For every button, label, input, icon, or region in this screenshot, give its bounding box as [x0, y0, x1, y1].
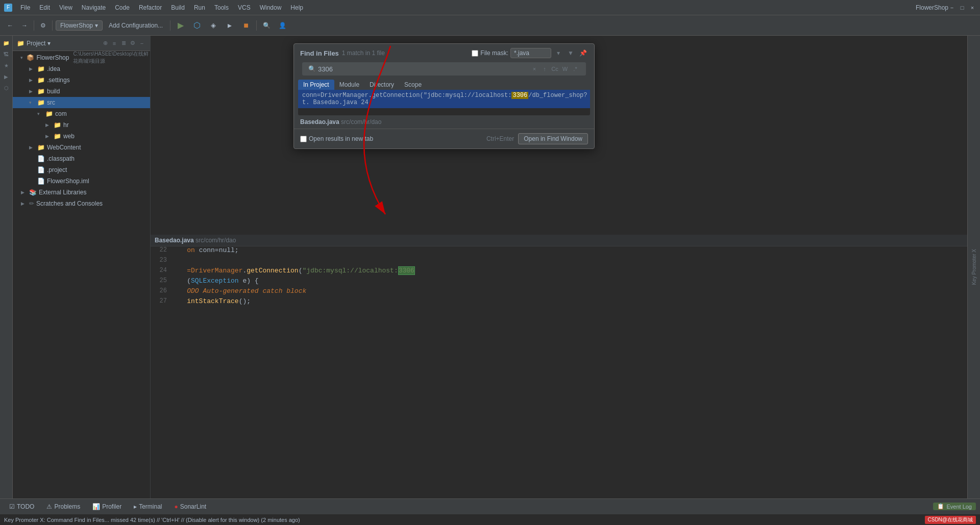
menu-build[interactable]: Build: [167, 3, 189, 12]
tree-item-web[interactable]: ▶ 📁 web: [13, 131, 150, 142]
filter-btn[interactable]: ▼: [566, 48, 576, 58]
tree-item-iml[interactable]: ▶ 📄 FlowerShop.iml: [13, 176, 150, 187]
key-promoter-message: Key Promoter X: Command Find in Files...…: [4, 517, 300, 523]
terminal-icon: ▸: [134, 503, 137, 510]
profile-button[interactable]: ◈: [206, 18, 220, 33]
filemask-input[interactable]: [510, 48, 551, 58]
structure-icon[interactable]: 🏗: [1, 49, 11, 59]
tree-item-settings[interactable]: ▶ 📁 .settings: [13, 74, 150, 86]
tab-problems[interactable]: ⚠ Problems: [41, 501, 85, 512]
project-panel-header: 📁 Project ▾ ⊕ ≡ ≣ ⚙ −: [13, 36, 150, 51]
avatar-btn[interactable]: 👤: [276, 18, 289, 33]
tree-item-scratches[interactable]: ▶ ✏ Scratches and Consoles: [13, 198, 150, 209]
find-prev-btn[interactable]: ↑: [540, 64, 549, 73]
tab-scope[interactable]: Scope: [399, 80, 427, 90]
run-configuration-selector[interactable]: FlowerShop ▾: [56, 20, 103, 31]
find-popup-title: Find in Files: [300, 49, 339, 57]
tab-module[interactable]: Module: [334, 80, 364, 90]
tab-sonarlint[interactable]: ● SonarLint: [169, 501, 212, 512]
search-toolbar-btn[interactable]: 🔍: [260, 18, 274, 33]
tree-item-classpath[interactable]: ▶ 📄 .classpath: [13, 153, 150, 164]
find-shortcut-label: Ctrl+Enter: [486, 135, 514, 142]
key-promoter-sidebar-label[interactable]: Key Promoter X: [971, 245, 977, 289]
code-line-24: 24 =DriverManager.getConnection("jdbc:my…: [151, 265, 967, 276]
tree-item-flowershop[interactable]: ▾ 📦 FlowerShop C:\Users\HASEE\Desktop\在线…: [13, 52, 150, 63]
find-word-btn[interactable]: W: [560, 64, 570, 73]
project-tree: ▾ 📦 FlowerShop C:\Users\HASEE\Desktop\在线…: [13, 51, 150, 498]
tab-todo[interactable]: ☑ TODO: [4, 501, 39, 512]
tree-item-project-file[interactable]: ▶ 📄 .project: [13, 164, 150, 176]
maximize-button[interactable]: □: [959, 4, 966, 11]
menu-window[interactable]: Window: [256, 3, 286, 12]
file-icon-classpath: 📄: [37, 155, 45, 162]
line-num-23: 23: [151, 257, 171, 264]
tree-label-classpath: .classpath: [47, 155, 75, 162]
menu-help[interactable]: Help: [286, 3, 307, 12]
favorites-icon[interactable]: ★: [1, 60, 11, 70]
close-button[interactable]: ×: [969, 4, 976, 11]
menu-file[interactable]: File: [16, 3, 34, 12]
minimize-button[interactable]: −: [948, 4, 955, 11]
tree-item-com[interactable]: ▾ 📁 com: [13, 108, 150, 119]
debug-button[interactable]: ⬡: [190, 18, 204, 33]
code-line-23: 23: [151, 255, 967, 265]
panel-settings-btn[interactable]: ⚙: [129, 39, 137, 47]
line-num-25: 25: [151, 277, 171, 284]
tab-directory[interactable]: Directory: [364, 80, 399, 90]
tab-profiler[interactable]: 📊 Profiler: [87, 501, 127, 512]
menu-edit[interactable]: Edit: [35, 3, 54, 12]
find-clear-btn[interactable]: ×: [530, 64, 539, 73]
menu-navigate[interactable]: Navigate: [78, 3, 110, 12]
open-in-find-window-button[interactable]: Open in Find Window: [518, 133, 588, 144]
event-log-icon: 📋: [937, 503, 944, 510]
add-config-button[interactable]: Add Configuration...: [105, 18, 167, 33]
window-title: FlowerShop: [916, 4, 948, 11]
window-controls: − □ ×: [948, 4, 976, 11]
find-case-btn[interactable]: Cc: [550, 64, 559, 73]
expand-all-btn[interactable]: ≣: [119, 39, 128, 47]
code-filepath: src/com/hr/dao: [195, 237, 236, 244]
locate-file-btn[interactable]: ⊕: [101, 39, 109, 47]
hide-panel-btn[interactable]: −: [138, 39, 146, 47]
toolbar-settings-btn[interactable]: ⚙: [37, 18, 49, 33]
menu-refactor[interactable]: Refactor: [135, 3, 166, 12]
coverage-button[interactable]: ▸: [223, 18, 237, 33]
tab-in-project[interactable]: In Project: [298, 80, 334, 90]
menu-view[interactable]: View: [55, 3, 77, 12]
stop-button[interactable]: ■: [239, 18, 253, 33]
tree-arrow-src: ▾: [29, 100, 35, 105]
menu-tools[interactable]: Tools: [210, 3, 233, 12]
bottom-toolbar: ☑ TODO ⚠ Problems 📊 Profiler ▸ Terminal …: [0, 498, 980, 514]
debug-icon-left[interactable]: ⬡: [1, 83, 11, 93]
tree-item-webcontent[interactable]: ▶ 📁 WebContent: [13, 142, 150, 153]
pin-btn[interactable]: 📌: [578, 48, 588, 58]
collapse-all-btn[interactable]: ≡: [110, 39, 118, 47]
module-icon: 📦: [27, 54, 34, 61]
toolbar-back-btn[interactable]: ←: [4, 18, 16, 33]
menu-vcs[interactable]: VCS: [234, 3, 255, 12]
folder-icon-webcontent: 📁: [37, 144, 45, 151]
menu-run[interactable]: Run: [190, 3, 209, 12]
toolbar-forward-btn[interactable]: →: [18, 18, 31, 33]
filemask-checkbox[interactable]: [472, 50, 478, 57]
tree-item-build[interactable]: ▶ 📁 build: [13, 86, 150, 97]
tree-item-external-libs[interactable]: ▶ 📚 External Libraries: [13, 187, 150, 198]
find-regex-btn[interactable]: .*: [571, 64, 580, 73]
main-toolbar: ← → ⚙ FlowerShop ▾ Add Configuration... …: [0, 15, 980, 36]
tree-item-idea[interactable]: ▶ 📁 .idea: [13, 63, 150, 74]
find-result-row-1[interactable]: conn=DriverManager.getConnection("jdbc:m…: [298, 90, 590, 108]
run-icon-left[interactable]: ▶: [1, 71, 11, 82]
tree-item-src[interactable]: ▾ 📁 src: [13, 97, 150, 108]
menu-code[interactable]: Code: [111, 3, 134, 12]
tab-terminal[interactable]: ▸ Terminal: [129, 501, 167, 512]
filemask-dropdown-btn[interactable]: ▾: [553, 48, 564, 58]
tree-item-hr[interactable]: ▶ 📁 hr: [13, 119, 150, 131]
open-new-tab-checkbox[interactable]: [300, 136, 307, 142]
project-icon[interactable]: 📁: [1, 38, 11, 48]
problems-icon: ⚠: [46, 503, 52, 510]
event-log-btn[interactable]: 📋 Event Log: [933, 503, 976, 510]
project-panel: 📁 Project ▾ ⊕ ≡ ≣ ⚙ − ▾ 📦 FlowerShop C:\…: [13, 36, 151, 498]
run-button[interactable]: ▶: [174, 18, 188, 33]
tree-path-flowershop: C:\Users\HASEE\Desktop\在线鲜花商城\项目源: [73, 51, 150, 65]
tree-label-webcontent: WebContent: [47, 144, 81, 151]
